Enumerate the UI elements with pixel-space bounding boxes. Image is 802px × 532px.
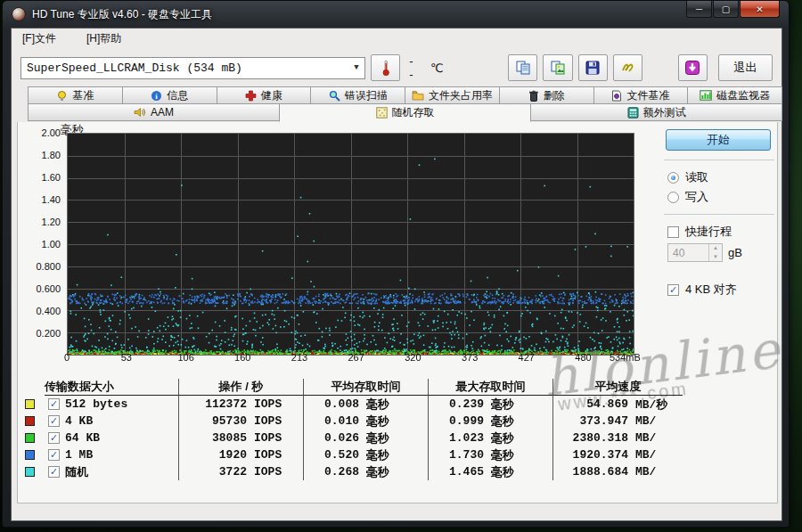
series-checkbox[interactable]: ✓ bbox=[48, 415, 60, 427]
tab-文件基准[interactable]: 文件基准 bbox=[593, 86, 689, 104]
write-radio[interactable] bbox=[667, 192, 679, 203]
series-checkbox[interactable]: ✓ bbox=[48, 398, 60, 410]
iops-value: 38085IOPS bbox=[178, 430, 303, 446]
series-checkbox[interactable]: ✓ bbox=[48, 449, 60, 461]
file-benchmark-icon bbox=[611, 90, 622, 102]
random-access-panel: 毫秒 2.001.801.601.401.201.000.8000.6000.4… bbox=[17, 122, 778, 503]
tab-strip-row2: AAM随机存取额外测试 bbox=[12, 103, 782, 122]
save-icon bbox=[585, 60, 601, 76]
tab-label: 文件基准 bbox=[626, 88, 669, 103]
title-bar[interactable]: HD Tune 专业版 v4.60 - 硬盘专业工具 bbox=[3, 1, 789, 28]
temperature-button[interactable] bbox=[371, 54, 400, 81]
avg-access-time: 0.010毫秒 bbox=[303, 413, 428, 430]
access-time-chart bbox=[67, 133, 634, 356]
chevron-down-icon[interactable]: ▼ bbox=[348, 63, 364, 72]
tab-删除[interactable]: 删除 bbox=[499, 86, 594, 104]
copy-image-icon bbox=[550, 60, 566, 76]
disk-monitor-icon bbox=[700, 90, 712, 101]
tab-额外测试[interactable]: 额外测试 bbox=[530, 103, 782, 121]
drive-select-value: SuperSpeed_LLCRAM_Disk (534 mB) bbox=[21, 61, 348, 75]
y-tick-label: 0.200 bbox=[21, 328, 61, 339]
test-controls: 开始 读取 写入 快捷行程 40 ▲▼ gB ✓4 KB 对齐 bbox=[664, 129, 774, 301]
avg-access-time: 0.268毫秒 bbox=[303, 463, 428, 480]
drive-select[interactable]: SuperSpeed_LLCRAM_Disk (534 mB) ▼ bbox=[20, 57, 365, 79]
copy-image-button[interactable] bbox=[543, 54, 572, 81]
toolbar: SuperSpeed_LLCRAM_Disk (534 mB) ▼ -- ℃ 退… bbox=[12, 49, 782, 86]
speaker-icon bbox=[134, 107, 146, 118]
minimize-button[interactable]: ─ bbox=[686, 1, 712, 18]
trash-icon bbox=[528, 90, 539, 102]
table-row: ✓1 MB1920IOPS0.520毫秒1.730毫秒1920.374MB/ bbox=[45, 446, 683, 463]
short-stroke-checkbox[interactable] bbox=[667, 226, 679, 238]
read-radio[interactable] bbox=[667, 172, 679, 184]
close-button[interactable]: ✕ bbox=[740, 1, 780, 18]
series-checkbox[interactable]: ✓ bbox=[48, 432, 60, 444]
window-title: HD Tune 专业版 v4.60 - 硬盘专业工具 bbox=[32, 7, 212, 22]
transfer-size-label: 随机 bbox=[65, 464, 88, 480]
tab-随机存取[interactable]: 随机存取 bbox=[279, 103, 531, 122]
y-tick-label: 0.800 bbox=[21, 261, 61, 272]
align-4kb-checkbox[interactable]: ✓ bbox=[667, 284, 679, 296]
temperature-value: -- bbox=[405, 54, 421, 81]
spinner-arrows[interactable]: ▲▼ bbox=[708, 244, 722, 261]
x-tick-label: 106 bbox=[177, 352, 193, 363]
download-button[interactable] bbox=[678, 54, 708, 81]
folder-icon bbox=[412, 90, 424, 101]
options-button[interactable] bbox=[613, 54, 642, 81]
temperature-unit: ℃ bbox=[427, 61, 448, 75]
y-tick-label: 1.80 bbox=[21, 150, 61, 160]
tab-label: 删除 bbox=[544, 88, 565, 103]
capacity-spinner[interactable]: 40 ▲▼ bbox=[667, 243, 723, 262]
health-icon bbox=[245, 90, 257, 102]
tab-label: 错误扫描 bbox=[345, 88, 388, 103]
column-header: 操作 / 秒 bbox=[178, 379, 303, 396]
tab-磁盘监视器[interactable]: 磁盘监视器 bbox=[687, 86, 782, 104]
tab-错误扫描[interactable]: 错误扫描 bbox=[310, 86, 405, 104]
tab-AAM[interactable]: AAM bbox=[28, 103, 280, 121]
max-access-time: 1.023毫秒 bbox=[428, 430, 552, 446]
avg-speed: 54.869MB/秒 bbox=[552, 396, 683, 413]
transfer-size-label: 1 MB bbox=[65, 448, 93, 462]
results-table: 传输数据大小操作 / 秒平均存取时间最大存取时间平均速度✓512 bytes11… bbox=[45, 379, 683, 480]
save-button[interactable] bbox=[578, 54, 608, 81]
short-stroke-label: 快捷行程 bbox=[685, 224, 732, 240]
x-tick-label: 320 bbox=[405, 352, 421, 363]
read-label: 读取 bbox=[685, 169, 708, 185]
tab-文件夹占用率[interactable]: 文件夹占用率 bbox=[405, 86, 500, 104]
y-tick-label: 1.20 bbox=[21, 217, 61, 227]
x-tick-label: 53 bbox=[121, 352, 132, 363]
series-checkbox[interactable]: ✓ bbox=[48, 466, 60, 478]
scatter-canvas bbox=[68, 134, 634, 355]
start-button[interactable]: 开始 bbox=[666, 129, 771, 151]
extra-test-icon bbox=[627, 107, 639, 119]
download-icon bbox=[684, 60, 700, 76]
menu-bar: [F]文件[H]帮助 bbox=[12, 29, 782, 49]
thermometer-icon bbox=[381, 59, 391, 77]
transfer-size-label: 512 bytes bbox=[65, 397, 127, 411]
series-color-swatch bbox=[25, 467, 35, 477]
x-tick-label: 0 bbox=[64, 352, 70, 363]
series-color-swatch bbox=[25, 399, 35, 409]
client-area: [F]文件[H]帮助 SuperSpeed_LLCRAM_Disk (534 m… bbox=[11, 28, 782, 521]
copy-text-icon bbox=[515, 60, 531, 76]
x-tick-label: 534mB bbox=[610, 352, 641, 363]
app-window: HD Tune 专业版 v4.60 - 硬盘专业工具 ─ ▢ ✕ [F]文件[H… bbox=[2, 0, 790, 528]
tab-信息[interactable]: i信息 bbox=[122, 86, 217, 104]
y-tick-label: 0.400 bbox=[21, 306, 61, 316]
max-access-time: 1.465毫秒 bbox=[428, 463, 552, 480]
exit-button[interactable]: 退出 bbox=[718, 54, 773, 81]
column-header: 平均速度 bbox=[552, 379, 683, 396]
options-icon bbox=[620, 60, 636, 76]
iops-value: 1920IOPS bbox=[178, 446, 303, 463]
scan-icon bbox=[329, 90, 340, 102]
menu-item-help[interactable]: [H]帮助 bbox=[83, 29, 125, 48]
x-tick-label: 427 bbox=[519, 352, 535, 363]
maximize-button[interactable]: ▢ bbox=[713, 1, 739, 18]
tab-strip-row1: 基准i信息健康错误扫描文件夹占用率删除文件基准磁盘监视器 bbox=[12, 86, 782, 104]
tab-健康[interactable]: 健康 bbox=[217, 86, 312, 104]
app-logo-icon bbox=[12, 7, 26, 21]
copy-text-button[interactable] bbox=[508, 54, 537, 81]
tab-基准[interactable]: 基准 bbox=[28, 86, 123, 104]
column-header: 平均存取时间 bbox=[303, 379, 428, 396]
menu-item-file[interactable]: [F]文件 bbox=[19, 29, 60, 48]
